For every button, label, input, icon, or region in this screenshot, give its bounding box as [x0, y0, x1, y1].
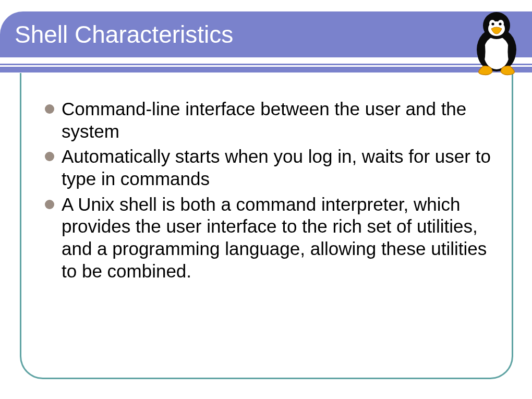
svg-point-6	[491, 22, 494, 25]
list-item: A Unix shell is both a command interpret…	[45, 194, 493, 283]
bullet-text: Automatically starts when you log in, wa…	[62, 146, 493, 190]
list-item: Command-line interface between the user …	[45, 98, 493, 142]
slide-title: Shell Characteristics	[15, 20, 233, 49]
bullet-text: Command-line interface between the user …	[62, 98, 493, 142]
tux-penguin-icon	[465, 8, 528, 76]
title-band: Shell Characteristics	[0, 11, 532, 57]
list-item: Automatically starts when you log in, wa…	[45, 146, 493, 190]
bullet-icon	[45, 104, 54, 114]
svg-point-1	[483, 36, 510, 69]
svg-point-7	[499, 22, 501, 25]
bullet-icon	[45, 152, 54, 161]
bullet-text: A Unix shell is both a command interpret…	[62, 194, 493, 283]
title-underline	[0, 59, 532, 72]
content-area: Command-line interface between the user …	[45, 98, 493, 286]
bullet-icon	[45, 200, 54, 209]
